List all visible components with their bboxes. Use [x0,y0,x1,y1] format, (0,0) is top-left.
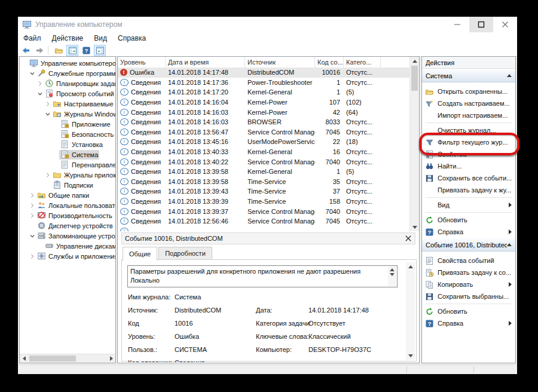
event-row[interactable]: iСведения14.01.2018 13:39:37Service Cont… [118,206,409,216]
action-item[interactable]: Найти... [422,160,515,172]
event-row[interactable]: iСведения14.01.2018 13:39:58Kernel-Gener… [118,167,409,177]
chevron-collapsed-icon[interactable] [29,192,36,199]
event-row[interactable]: iСведения14.01.2018 14:17:20Kernel-Gener… [118,87,409,97]
action-item[interactable]: Привязать задачу к жу... [422,184,515,196]
menu-item-действие[interactable]: Действие [47,32,89,44]
tree-item[interactable]: Управление компьютером (л [20,58,115,68]
event-row[interactable]: iСведения14.01.2018 14:16:03BROWSER8033О… [118,117,409,127]
tree-item[interactable]: Настраиваемые пр [20,99,115,109]
chevron-collapsed-icon[interactable] [29,212,36,219]
chevron-collapsed-icon[interactable] [44,100,51,108]
description-scrollbar[interactable] [388,267,396,286]
tree-item[interactable]: Диспетчер устройств [20,220,115,231]
tree-item[interactable]: Журналы приложе [20,170,115,180]
event-row[interactable]: iСведения14.01.2018 13:39:58Time-Service… [118,177,409,187]
toggle-action-pane-button[interactable] [94,45,106,56]
event-row[interactable]: iСведения14.01.2018 14:17:36Power-Troubl… [118,78,409,88]
actions-section-header[interactable]: Система [422,69,515,82]
action-item[interactable]: Вид [422,199,515,211]
scroll-up-icon[interactable] [406,262,415,271]
event-description[interactable]: Параметры разрешений для конкретного при… [127,265,398,287]
menu-item-файл[interactable]: Файл [18,32,47,44]
minimize-button[interactable] [445,17,469,32]
action-item[interactable]: Создать настраиваем... [422,97,515,109]
export-folder-button[interactable] [53,45,65,56]
tree-item[interactable]: Служебные программы [20,68,115,78]
scroll-thumb[interactable] [411,66,418,91]
action-item[interactable]: Свойства [422,148,515,160]
tree-item[interactable]: Службы и приложения [20,251,115,261]
action-item[interactable]: Импорт настраиваем... [422,109,515,121]
back-button[interactable] [20,45,32,56]
tree-item[interactable]: Перенаправлен [20,160,115,170]
event-list-scrollbar[interactable] [409,57,419,231]
scroll-right-icon[interactable] [107,354,115,363]
menu-item-вид[interactable]: Вид [88,32,112,44]
action-item[interactable]: Открыть сохраненны... [422,85,515,97]
tree-item[interactable]: Просмотр событий [20,88,115,99]
tree-item[interactable]: Безопасность [20,129,115,139]
scroll-up-icon[interactable] [390,268,395,271]
tree-item[interactable]: Управление дисками [20,241,115,251]
chevron-expanded-icon[interactable] [29,70,36,77]
collapse-section-icon[interactable] [507,74,512,77]
action-item[interactable]: Свойства событий [422,255,515,267]
close-button[interactable] [493,17,517,32]
action-item[interactable]: ?Справка [422,317,515,329]
tree-item[interactable]: Установка [20,139,115,149]
column-header[interactable]: Источник [245,57,315,68]
event-row[interactable]: iСведения14.01.2018 13:39:39Time-Service… [118,197,409,207]
action-item[interactable]: Фильтр текущего жур... [422,136,515,148]
event-row[interactable]: iСведения14.01.2018 13:56:47Service Cont… [118,127,409,137]
collapse-section-icon[interactable] [507,243,512,246]
column-header[interactable]: Уровень [118,57,166,68]
help-button[interactable]: ? [80,45,92,56]
tree-item[interactable]: Общие папки [20,190,115,200]
menu-item-справка[interactable]: Справка [112,32,151,44]
tree-item[interactable]: Система [20,149,115,160]
action-item[interactable]: ?Справка [422,226,515,238]
tab-general[interactable]: Общие [123,247,157,261]
tree-item[interactable]: Запоминающие устройст [20,231,115,241]
tab-details[interactable]: Подробности [158,247,212,259]
scroll-left-icon[interactable] [20,354,28,363]
chevron-collapsed-icon[interactable] [29,253,36,260]
tree-item[interactable]: Локальные пользовате [20,200,115,210]
action-item[interactable]: Очистить журнал... [422,124,515,136]
chevron-collapsed-icon[interactable] [36,80,44,87]
chevron-expanded-icon[interactable] [36,90,44,97]
scroll-down-icon[interactable] [410,223,419,231]
close-preview-icon[interactable] [404,234,413,243]
event-row[interactable]: i [118,226,409,232]
forward-button[interactable] [33,45,45,56]
tree-item[interactable]: Планировщик заданий [20,78,115,88]
column-header[interactable]: Катего... [344,57,381,68]
event-row[interactable]: !Ошибка14.01.2018 14:17:48DistributedCOM… [118,68,409,78]
chevron-expanded-icon[interactable] [29,232,36,240]
action-item[interactable]: Сохранить все событи... [422,172,515,184]
chevron-expanded-icon[interactable] [44,111,51,118]
column-header[interactable]: Дата и время [166,57,245,68]
action-item[interactable]: Копировать [422,278,515,290]
action-item[interactable]: Привязать задачу к со... [422,267,515,278]
tree-item[interactable]: Производительность [20,210,115,220]
action-item[interactable]: Сохранить выбранны... [422,290,515,302]
event-row[interactable]: iСведения14.01.2018 13:40:33Kernel-Gener… [118,147,409,157]
action-item[interactable]: Обновить [422,214,515,226]
event-row[interactable]: iСведения14.01.2018 12:56:46Service Cont… [118,216,409,226]
detail-scrollbar[interactable] [406,262,415,360]
scroll-thumb[interactable] [29,356,76,362]
tree-item[interactable]: Приложение [20,119,115,129]
action-item[interactable]: Обновить [422,305,515,317]
actions-section-header[interactable]: Событие 10016, Distributed... [422,238,515,252]
column-header[interactable]: Код со... [315,57,344,68]
event-row[interactable]: iСведения14.01.2018 13:39:43Time-Service… [118,186,409,197]
event-row[interactable]: iСведения14.01.2018 14:16:04Kernel-Power… [118,97,409,108]
scroll-down-icon[interactable] [390,273,395,276]
tree-item[interactable]: Подписки [20,180,115,190]
event-row[interactable]: iСведения14.01.2018 13:45:16UserModePowe… [118,137,409,147]
event-row[interactable]: iСведения14.01.2018 14:16:03Kernel-Power… [118,107,409,117]
tree-item[interactable]: Журналы Windows [20,109,115,119]
event-row[interactable]: iСведения14.01.2018 13:40:22Service Cont… [118,157,409,167]
scroll-up-icon[interactable] [410,57,419,65]
